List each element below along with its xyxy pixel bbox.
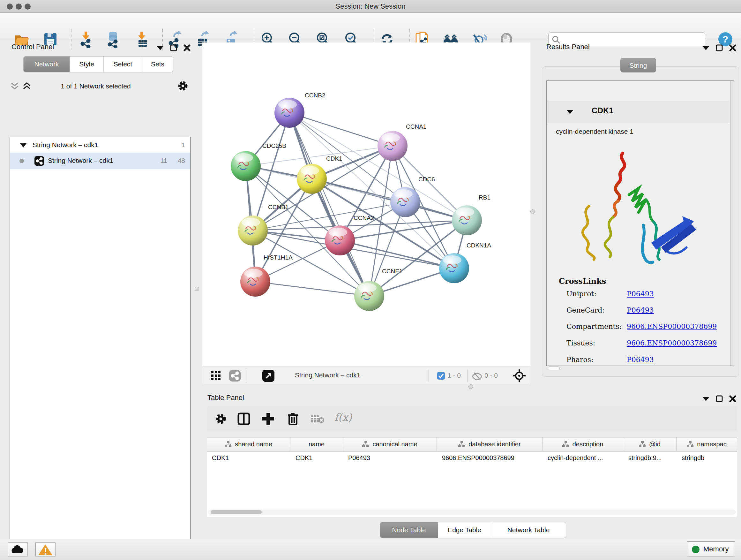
panel-float-icon[interactable] [716, 44, 723, 52]
column-header-description[interactable]: description [542, 437, 623, 451]
section-expand-icon[interactable] [566, 109, 574, 115]
column-header-database-identifier[interactable]: database identifier [437, 437, 542, 451]
window-title: Session: New Session [0, 2, 741, 10]
results-vertical-scrollbar[interactable] [730, 81, 734, 366]
edge-CCNE1-HIST1H1A[interactable] [255, 282, 369, 296]
network-row-selected[interactable]: String Network – cdk1 11 48 [10, 152, 190, 169]
control-panel-title: Control Panel [11, 43, 54, 51]
node-label-CCNA1: CCNA1 [406, 123, 426, 130]
table-row[interactable]: CDK1CDK1P064939606.ENSP00000378699cyclin… [207, 451, 737, 465]
edge-CCNB2-CCNA1[interactable] [289, 113, 393, 146]
right-splitter-handle[interactable] [530, 209, 535, 214]
network-options-gear-icon[interactable] [178, 80, 188, 91]
node-CCNE1[interactable] [354, 281, 384, 311]
node-CDC25B[interactable] [231, 151, 261, 181]
node-table: shared namenamecanonical namedatabase id… [207, 437, 737, 517]
tab-network[interactable]: Network [23, 57, 70, 72]
tab-node-table[interactable]: Node Table [380, 522, 438, 538]
protein-structure-image [570, 145, 704, 273]
table-cell: P06493 [343, 451, 437, 465]
node-label-CCNE1: CCNE1 [382, 268, 402, 274]
panel-collapse-icon[interactable] [156, 45, 164, 51]
column-header-name[interactable]: name [290, 437, 343, 451]
column-header--id[interactable]: @id [623, 437, 677, 451]
selected-checkbox-icon[interactable] [437, 372, 445, 380]
node-CCNA1[interactable] [378, 131, 408, 161]
node-label-CDC25B: CDC25B [262, 142, 286, 149]
share-view-icon[interactable] [229, 370, 241, 381]
crosslink-tissues-link[interactable]: 9606.ENSP00000378699 [627, 339, 717, 347]
table-header-row: shared namenamecanonical namedatabase id… [207, 437, 737, 451]
results-horizontal-scrollbar[interactable] [548, 367, 560, 370]
crosslink-pharos-link[interactable]: P06493 [627, 356, 654, 364]
selected-counts: 1 - 0 [448, 372, 461, 379]
grid-view-icon[interactable] [211, 371, 221, 381]
table-horizontal-scrollbar[interactable] [208, 509, 736, 515]
fit-content-crosshair-icon[interactable] [513, 369, 526, 382]
column-mapped-icon [362, 441, 369, 447]
cloud-status-button[interactable] [8, 543, 28, 557]
crosslink-genecard-link[interactable]: P06493 [627, 306, 654, 314]
network-graph: CCNB2CCNA1CDC25BCDK1CDC6RB1CCNB1CCNA2CDK… [202, 43, 530, 367]
cloud-icon [8, 543, 27, 556]
tab-edge-table[interactable]: Edge Table [438, 522, 491, 538]
results-panel-title: Results Panel [546, 43, 590, 51]
table-cell: 9606.ENSP00000378699 [437, 451, 542, 465]
node-CCNB1[interactable] [238, 215, 268, 246]
node-CDK1[interactable] [297, 164, 327, 194]
left-splitter-handle[interactable] [195, 287, 199, 291]
add-column-icon[interactable] [262, 413, 274, 425]
network-collection-row[interactable]: String Network – cdk1 1 [10, 138, 190, 152]
scrollbar-thumb[interactable] [211, 510, 262, 514]
crosslink-compartments-link[interactable]: 9606.ENSP00000378699 [627, 322, 717, 330]
tab-style[interactable]: Style [70, 57, 104, 72]
node-CCNB2[interactable] [274, 98, 305, 128]
panel-float-icon[interactable] [170, 44, 178, 52]
panel-close-icon[interactable] [729, 395, 737, 402]
panel-collapse-icon[interactable] [702, 45, 710, 51]
footer-divider [428, 369, 429, 382]
table-options-gear-icon[interactable] [215, 413, 226, 425]
warning-icon [36, 543, 55, 556]
warnings-button[interactable] [35, 543, 56, 557]
node-HIST1H1A[interactable] [240, 266, 270, 297]
tab-network-table[interactable]: Network Table [491, 522, 566, 538]
crosslink-uniprot-link[interactable]: P06493 [627, 290, 654, 298]
crosslinks-heading: CrossLinks [559, 276, 606, 286]
panel-close-icon[interactable] [183, 44, 191, 52]
column-header-namespac[interactable]: namespac [677, 437, 737, 451]
node-label-CDC6: CDC6 [418, 176, 435, 183]
cytoscape-window: Session: New Session [0, 0, 741, 560]
table-cell: stringdb:9... [623, 451, 677, 465]
network-view-canvas[interactable]: CCNB2CCNA1CDC25BCDK1CDC6RB1CCNB1CCNA2CDK… [202, 43, 530, 367]
edge-CCNB2-CCNE1[interactable] [289, 113, 369, 296]
column-mapped-icon [225, 441, 232, 447]
table-cell: stringdb [677, 451, 737, 465]
node-CCNA2[interactable] [325, 226, 355, 255]
node-CDC6[interactable] [390, 187, 420, 217]
network-view-toolbar: String Network – cdk1 1 - 0 0 - 0 [202, 367, 530, 384]
delete-column-icon[interactable] [286, 412, 299, 426]
delete-table-icon [311, 415, 325, 424]
panel-close-icon[interactable] [729, 44, 737, 52]
tab-select[interactable]: Select [104, 57, 142, 72]
bottom-splitter-handle[interactable] [468, 384, 473, 389]
panel-collapse-icon[interactable] [702, 396, 710, 401]
crosslink-row: Uniprot:P06493 [566, 290, 726, 303]
column-header-canonical-name[interactable]: canonical name [343, 437, 437, 451]
panel-float-icon[interactable] [716, 395, 723, 402]
node-RB1[interactable] [452, 205, 482, 235]
edge-CDK1-RB1[interactable] [312, 179, 467, 220]
column-header-shared-name[interactable]: shared name [207, 437, 290, 451]
tab-string[interactable]: String [620, 58, 656, 72]
tab-sets[interactable]: Sets [142, 57, 173, 72]
crosslink-row: Tissues:9606.ENSP00000378699 [566, 339, 726, 352]
birds-eye-view-icon[interactable] [262, 370, 274, 382]
show-columns-icon[interactable] [238, 413, 250, 425]
memory-button[interactable]: Memory [687, 541, 735, 557]
node-CDKN1A[interactable] [439, 253, 469, 283]
table-cell: cyclin-dependent ... [542, 451, 623, 465]
gene-description: cyclin-dependent kinase 1 [556, 128, 633, 135]
gene-section-header[interactable]: CDK1 [547, 101, 730, 123]
table-toolbar: f(x) [207, 406, 737, 431]
